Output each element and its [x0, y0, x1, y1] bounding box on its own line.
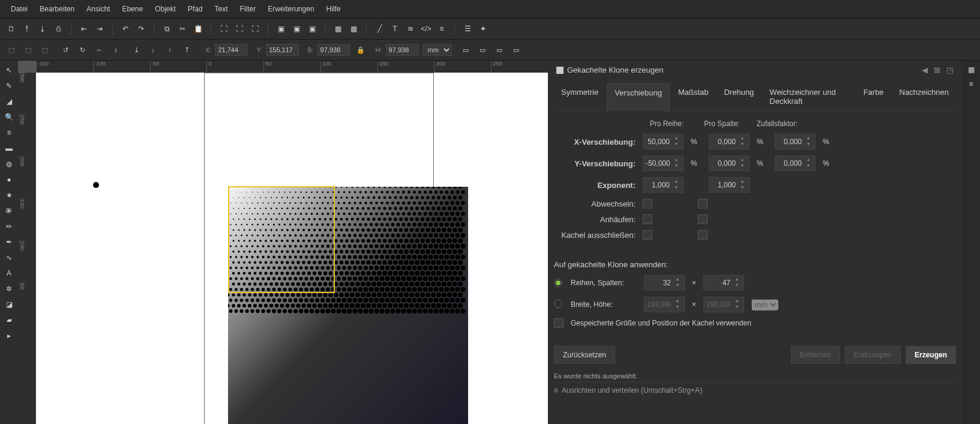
deselect-icon[interactable]: ⬚ [38, 43, 52, 56]
exponent-row[interactable] [643, 178, 672, 192]
pen-tool-icon[interactable]: ✒ [2, 235, 16, 249]
cube-tool-icon[interactable]: ◍ [2, 157, 16, 171]
menu-erweiterungen[interactable]: Erweiterungen [262, 2, 320, 16]
menu-bearbeiten[interactable]: Bearbeiten [34, 2, 80, 16]
selectall-icon[interactable]: ⬚ [5, 43, 18, 56]
tab-verschiebung[interactable]: Verschiebung [607, 83, 670, 111]
move-gradient-icon[interactable]: ▭ [493, 43, 506, 56]
new-icon[interactable]: 🗋 [5, 22, 18, 35]
dup-icon[interactable]: ▣ [274, 22, 287, 35]
undo-icon[interactable]: ↶ [119, 22, 132, 35]
unclump-button[interactable]: Entklumpen [845, 346, 901, 364]
open-icon[interactable]: ⭱ [20, 22, 34, 35]
x-shift-row[interactable] [643, 135, 672, 149]
tab-weichzeichner[interactable]: Weichzeichner und Deckkraft [762, 83, 855, 111]
print-icon[interactable]: ⎙ [52, 22, 65, 35]
spray-tool-icon[interactable]: ✲ [2, 282, 16, 296]
zoom-page-icon[interactable]: ⛶ [248, 22, 262, 35]
tab-farbe[interactable]: Farbe [856, 83, 891, 111]
lower-bottom-icon[interactable]: ⤓ [130, 43, 143, 56]
canvas-area[interactable]: -150-100-50050100150200250 3002502001501… [18, 61, 548, 424]
calligraphy-tool-icon[interactable]: ∿ [2, 250, 16, 265]
create-button[interactable]: Erzeugen [906, 346, 956, 364]
unlink-icon[interactable]: ▣ [305, 22, 319, 35]
panel-close-icon[interactable]: ⊠ [934, 65, 940, 74]
star-tool-icon[interactable]: ★ [2, 188, 16, 202]
menu-objekt[interactable]: Objekt [149, 2, 182, 16]
export-icon[interactable]: ⇥ [93, 22, 106, 35]
x-shift-col[interactable] [709, 135, 738, 149]
zoom-sel-icon[interactable]: ⛶ [217, 22, 230, 35]
move-pattern-icon[interactable]: ▭ [510, 43, 523, 56]
use-saved-check[interactable] [554, 318, 564, 328]
panel-iconify-icon[interactable]: ◀ [922, 65, 928, 74]
text-icon[interactable]: T [388, 22, 401, 35]
raise-icon[interactable]: ↑ [163, 43, 176, 56]
align-icon[interactable]: ≡ [435, 22, 448, 35]
y-shift-col[interactable] [709, 156, 738, 171]
lock-icon[interactable]: 🔒 [354, 43, 367, 56]
exclude-row-check[interactable] [643, 230, 652, 240]
canvas[interactable] [36, 73, 548, 424]
dock-align-icon[interactable]: ≡ [969, 80, 973, 88]
tab-nachzeichnen[interactable]: Nachzeichnen [892, 83, 956, 111]
menu-pfad[interactable]: Pfad [182, 2, 209, 16]
w-input[interactable] [317, 44, 350, 56]
connector-tool-icon[interactable]: ▸ [2, 329, 16, 343]
docprops-icon[interactable]: ✦ [476, 22, 490, 35]
menu-hilfe[interactable]: Hilfe [320, 2, 347, 16]
spiral-tool-icon[interactable]: ֍ [2, 204, 16, 218]
zoom-tool-icon[interactable]: 🔍 [2, 110, 16, 124]
selector-tool-icon[interactable]: ↖ [2, 63, 16, 77]
tab-massstab[interactable]: Maßstab [671, 83, 716, 111]
unit-select[interactable]: mm [422, 44, 452, 56]
menu-ansicht[interactable]: Ansicht [80, 2, 116, 16]
xml-icon[interactable]: </> [419, 22, 433, 35]
menu-ebene[interactable]: Ebene [116, 2, 149, 16]
text-tool-icon[interactable]: A [2, 266, 16, 280]
flip-v-icon[interactable]: ↕ [109, 43, 122, 56]
reset-button[interactable]: Zurücksetzen [554, 346, 615, 364]
copy-icon[interactable]: ⧉ [160, 22, 173, 35]
cut-icon[interactable]: ✂ [176, 22, 189, 35]
y-input[interactable] [266, 44, 299, 56]
bucket-tool-icon[interactable]: ▰ [2, 313, 16, 327]
clone-icon[interactable]: ▣ [290, 22, 303, 35]
import-icon[interactable]: ⇤ [77, 22, 91, 35]
fillstroke-icon[interactable]: ╱ [373, 22, 386, 35]
h-input[interactable] [386, 44, 419, 56]
rotate-ccw-icon[interactable]: ↺ [59, 43, 72, 56]
exclude-col-check[interactable] [698, 230, 708, 240]
rect-tool-icon[interactable]: ▬ [2, 141, 16, 156]
alternate-col-check[interactable] [698, 199, 708, 208]
prefs-icon[interactable]: ☰ [461, 22, 474, 35]
circle-tool-icon[interactable]: ● [2, 172, 16, 187]
selectlayer-icon[interactable]: ⬚ [22, 43, 35, 56]
menu-filter[interactable]: Filter [234, 2, 262, 16]
x-shift-rand[interactable] [775, 135, 804, 149]
rows-cols-radio[interactable] [554, 279, 562, 287]
rows-input[interactable] [645, 276, 673, 290]
eraser-tool-icon[interactable]: ◪ [2, 297, 16, 312]
redo-icon[interactable]: ↷ [134, 22, 148, 35]
menu-datei[interactable]: Datei [5, 2, 34, 16]
lower-icon[interactable]: ↓ [146, 43, 160, 56]
flip-h-icon[interactable]: ↔ [92, 43, 106, 56]
width-height-radio[interactable] [554, 300, 562, 308]
alternate-row-check[interactable] [643, 199, 652, 208]
y-shift-row[interactable] [643, 156, 672, 171]
y-shift-rand[interactable] [775, 156, 804, 171]
zoom-draw-icon[interactable]: ⛶ [233, 22, 246, 35]
x-input[interactable] [215, 44, 248, 56]
ungroup-icon[interactable]: ▦ [347, 22, 360, 35]
group-icon[interactable]: ▦ [331, 22, 344, 35]
pencil-tool-icon[interactable]: ✏ [2, 219, 16, 234]
node-tool-icon[interactable]: ✎ [2, 79, 16, 93]
remove-button[interactable]: Entfernen [791, 346, 840, 364]
dot-object[interactable] [93, 182, 99, 188]
scale-corner-icon[interactable]: ▭ [476, 43, 489, 56]
cols-input[interactable] [704, 276, 733, 290]
layers-icon[interactable]: ≋ [404, 22, 417, 35]
measure-tool-icon[interactable]: ≡ [2, 126, 16, 140]
rotate-cw-icon[interactable]: ↻ [76, 43, 89, 56]
